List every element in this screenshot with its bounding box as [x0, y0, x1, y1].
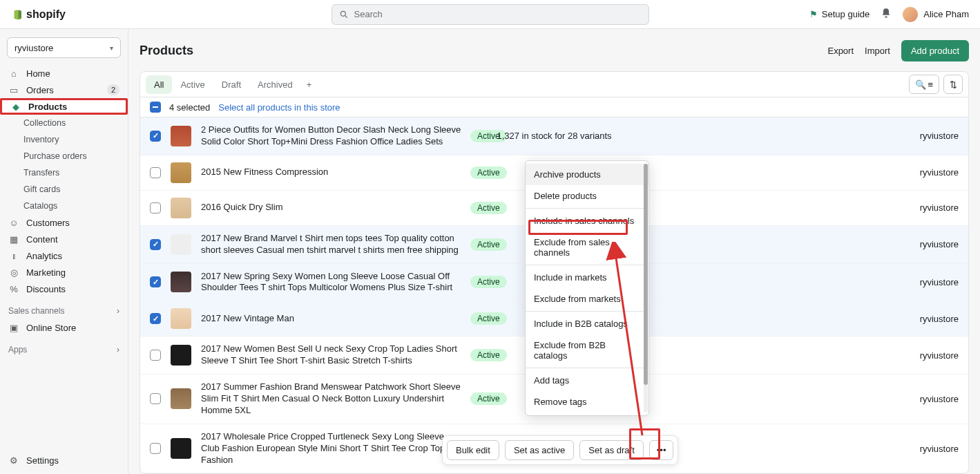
- topbar: shopify Search ⚑ Setup guide Alice Pham: [0, 0, 980, 29]
- row-checkbox[interactable]: [150, 443, 161, 454]
- marketing-icon: ◎: [8, 267, 19, 278]
- menu-delete[interactable]: Delete products: [526, 185, 648, 207]
- chevron-down-icon: ▾: [110, 44, 113, 52]
- product-name: 2017 New Vintage Man: [201, 313, 463, 325]
- search-icon: [339, 10, 349, 19]
- product-thumbnail: [171, 438, 191, 459]
- product-name: 2017 Summer Fashion Brand Menswear Patch…: [201, 381, 463, 417]
- nav-catalogs[interactable]: Catalogs: [0, 198, 128, 214]
- set-active-button[interactable]: Set as active: [505, 440, 574, 460]
- logo-text: shopify: [26, 8, 66, 21]
- menu-exclude-channels[interactable]: Exclude from sales channels: [526, 231, 648, 263]
- select-all-link[interactable]: Select all products in this store: [218, 102, 340, 113]
- product-name: 2 Piece Outfits for Women Button Decor S…: [201, 124, 463, 148]
- menu-archive[interactable]: Archive products: [526, 164, 648, 185]
- product-thumbnail: [171, 198, 191, 218]
- inventory-text: 1,327 in stock for 28 variants: [497, 131, 611, 141]
- tab-draft[interactable]: Draft: [213, 75, 249, 94]
- home-icon: ⌂: [8, 68, 19, 79]
- bulk-action-bar: Bulk edit Set as active Set as draft •••: [442, 435, 678, 465]
- nav-gift-cards[interactable]: Gift cards: [0, 181, 128, 198]
- shopify-logo[interactable]: shopify: [11, 8, 66, 21]
- nav-settings[interactable]: ⚙Settings: [0, 452, 128, 468]
- gear-icon: ⚙: [8, 455, 19, 466]
- row-checkbox[interactable]: [150, 239, 161, 250]
- nav-analytics[interactable]: ⫾Analytics: [0, 247, 128, 264]
- chevron-right-icon[interactable]: ›: [117, 345, 119, 354]
- row-checkbox[interactable]: [150, 276, 161, 287]
- nav-products[interactable]: ◆Products: [0, 98, 128, 115]
- sort-icon: ⇅: [950, 79, 957, 90]
- store-icon: ▣: [8, 322, 19, 333]
- tab-archived[interactable]: Archived: [249, 75, 301, 94]
- filter-icon: ≡: [928, 79, 933, 90]
- tab-all[interactable]: All: [146, 75, 172, 94]
- menu-exclude-b2b[interactable]: Exclude from B2B catalogs: [526, 334, 648, 366]
- menu-include-channels[interactable]: Include in sales channels: [526, 210, 648, 231]
- popover-scrollbar[interactable]: [644, 164, 648, 413]
- nav-customers[interactable]: ☺Customers: [0, 214, 128, 231]
- setup-guide-link[interactable]: ⚑ Setup guide: [809, 9, 869, 19]
- person-icon: ☺: [8, 217, 19, 228]
- nav-discounts[interactable]: %Discounts: [0, 281, 128, 297]
- user-menu[interactable]: Alice Pham: [903, 7, 969, 22]
- product-thumbnail: [171, 162, 191, 183]
- vendor-text: ryviustore: [920, 444, 959, 454]
- nav-content[interactable]: ▦Content: [0, 231, 128, 247]
- vendor-text: ryviustore: [920, 167, 959, 178]
- table-row[interactable]: 2 Piece Outfits for Women Button Decor S…: [140, 117, 968, 155]
- select-all-checkbox[interactable]: [150, 102, 161, 113]
- product-name: 2017 New Brand Marvel t Shirt men tops t…: [201, 233, 463, 256]
- tab-add[interactable]: +: [301, 75, 318, 94]
- vendor-text: ryviustore: [920, 394, 959, 404]
- status-badge: Active: [470, 312, 507, 325]
- avatar: [903, 7, 918, 22]
- menu-remove-tags[interactable]: Remove tags: [526, 391, 648, 413]
- add-product-button[interactable]: Add product: [901, 40, 969, 61]
- tab-active[interactable]: Active: [172, 75, 213, 94]
- nav-purchase-orders[interactable]: Purchase orders: [0, 148, 128, 164]
- section-apps: Apps›: [0, 341, 128, 358]
- nav-orders[interactable]: ▭Orders2: [0, 82, 128, 98]
- row-checkbox[interactable]: [150, 350, 161, 361]
- tag-icon: ◆: [10, 101, 21, 112]
- orders-icon: ▭: [8, 84, 19, 95]
- search-input[interactable]: Search: [332, 4, 649, 25]
- vendor-text: ryviustore: [920, 314, 959, 324]
- menu-include-markets[interactable]: Include in markets: [526, 267, 648, 288]
- nav-inventory[interactable]: Inventory: [0, 131, 128, 148]
- row-checkbox[interactable]: [150, 393, 161, 404]
- import-button[interactable]: Import: [865, 46, 890, 56]
- export-button[interactable]: Export: [827, 46, 854, 56]
- menu-include-b2b[interactable]: Include in B2B catalogs: [526, 313, 648, 334]
- row-checkbox[interactable]: [150, 167, 161, 178]
- store-selector[interactable]: ryviustore ▾: [7, 37, 121, 58]
- nav-collections[interactable]: Collections: [0, 115, 128, 131]
- row-checkbox[interactable]: [150, 131, 161, 142]
- svg-line-1: [345, 15, 347, 17]
- nav-online-store[interactable]: ▣Online Store: [0, 319, 128, 336]
- product-name: 2017 New Women Best Sell U neck Sexy Cro…: [201, 343, 463, 367]
- svg-point-0: [340, 11, 345, 16]
- nav-home[interactable]: ⌂Home: [0, 65, 128, 82]
- row-checkbox[interactable]: [150, 202, 161, 214]
- sort-button[interactable]: ⇅: [943, 75, 963, 94]
- chevron-right-icon[interactable]: ›: [117, 306, 119, 316]
- search-filter-button[interactable]: 🔍≡: [909, 75, 939, 94]
- menu-exclude-markets[interactable]: Exclude from markets: [526, 288, 648, 310]
- vendor-text: ryviustore: [920, 239, 959, 249]
- bulk-edit-button[interactable]: Bulk edit: [447, 440, 499, 460]
- vendor-text: ryviustore: [920, 277, 959, 287]
- page-title: Products: [140, 44, 193, 58]
- nav-marketing[interactable]: ◎Marketing: [0, 264, 128, 281]
- menu-add-tags[interactable]: Add tags: [526, 370, 648, 391]
- product-name: 2015 New Fitness Compression: [201, 167, 463, 178]
- search-icon: 🔍: [915, 79, 926, 90]
- notifications-icon[interactable]: [881, 8, 892, 21]
- status-badge: Active: [470, 276, 507, 288]
- more-actions-button[interactable]: •••: [649, 440, 674, 460]
- set-draft-button[interactable]: Set as draft: [579, 440, 643, 460]
- status-badge: Active: [470, 349, 507, 361]
- nav-transfers[interactable]: Transfers: [0, 164, 128, 181]
- row-checkbox[interactable]: [150, 313, 161, 324]
